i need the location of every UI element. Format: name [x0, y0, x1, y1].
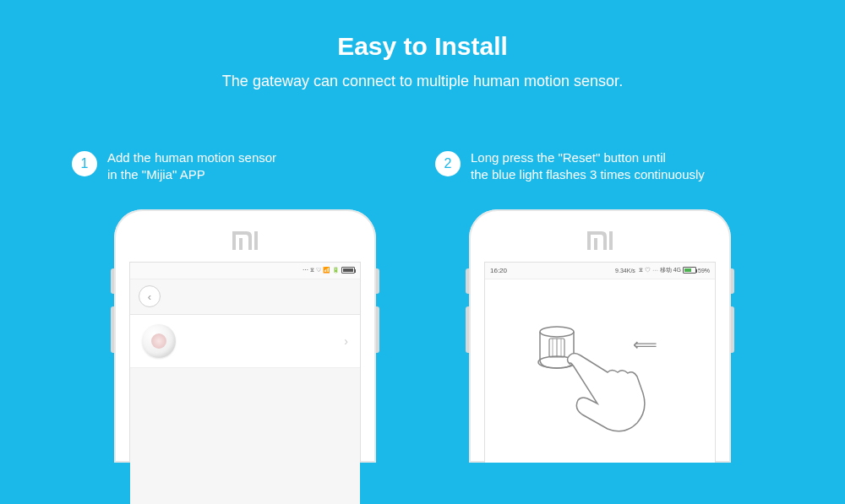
page-title: Easy to Install	[0, 0, 845, 61]
app-nav-bar: ‹	[130, 279, 360, 315]
chevron-left-icon: ‹	[148, 290, 151, 303]
step-1-badge: 1	[72, 151, 97, 176]
phone-2: 16:20 9.34K/s ⧖ ♡ ⋯ 移动 4G 59%	[469, 209, 731, 463]
phones-row: ⋯ ⧖ ♡ 📶 🔋 ‹ › 16:20 9.34K/s	[0, 209, 845, 463]
hand-pointing-icon	[565, 351, 658, 444]
chevron-right-icon: ›	[344, 334, 348, 348]
step-1: 1 Add the human motion sensor in the "Mi…	[72, 149, 410, 184]
mi-logo-icon	[232, 231, 258, 250]
status-bar: 16:20 9.34K/s ⧖ ♡ ⋯ 移动 4G 59%	[485, 263, 715, 279]
phone-1: ⋯ ⧖ ♡ 📶 🔋 ‹ ›	[114, 209, 376, 463]
steps-row: 1 Add the human motion sensor in the "Mi…	[0, 149, 845, 184]
status-time: 16:20	[490, 267, 507, 274]
status-bar: ⋯ ⧖ ♡ 📶 🔋	[130, 263, 360, 279]
mi-logo-icon	[587, 231, 613, 250]
battery-percent: 59%	[698, 268, 710, 274]
battery-icon	[341, 267, 355, 274]
step-2: 2 Long press the "Reset" button until th…	[435, 149, 773, 184]
status-network: 9.34K/s	[615, 268, 635, 274]
phone-button-icon	[111, 306, 114, 353]
status-signal: ⧖ ♡ ⋯ 移动 4G	[639, 266, 681, 274]
phone-button-icon	[466, 306, 469, 353]
instruction-illustration: ⟸	[485, 279, 715, 448]
back-button[interactable]: ‹	[139, 285, 161, 307]
battery-icon	[683, 267, 696, 274]
phone-1-screen: ⋯ ⧖ ♡ 📶 🔋 ‹ ›	[129, 262, 361, 463]
status-icons: ⋯ ⧖ ♡ 📶 🔋	[303, 267, 340, 274]
phone-2-screen: 16:20 9.34K/s ⧖ ♡ ⋯ 移动 4G 59%	[484, 262, 716, 463]
step-2-badge: 2	[435, 151, 461, 176]
phone-button-icon	[111, 268, 114, 294]
empty-list-area	[130, 368, 360, 505]
motion-sensor-icon	[142, 324, 176, 358]
phone-button-icon	[466, 268, 469, 294]
page-subtitle: The gateway can connect to multiple huma…	[0, 73, 845, 90]
sensor-list-item[interactable]: ›	[130, 315, 360, 368]
svg-point-0	[540, 327, 574, 337]
step-2-text: Long press the "Reset" button until the …	[471, 149, 705, 184]
arrow-left-icon: ⟸	[633, 334, 657, 355]
step-1-text: Add the human motion sensor in the "Miji…	[107, 149, 276, 184]
